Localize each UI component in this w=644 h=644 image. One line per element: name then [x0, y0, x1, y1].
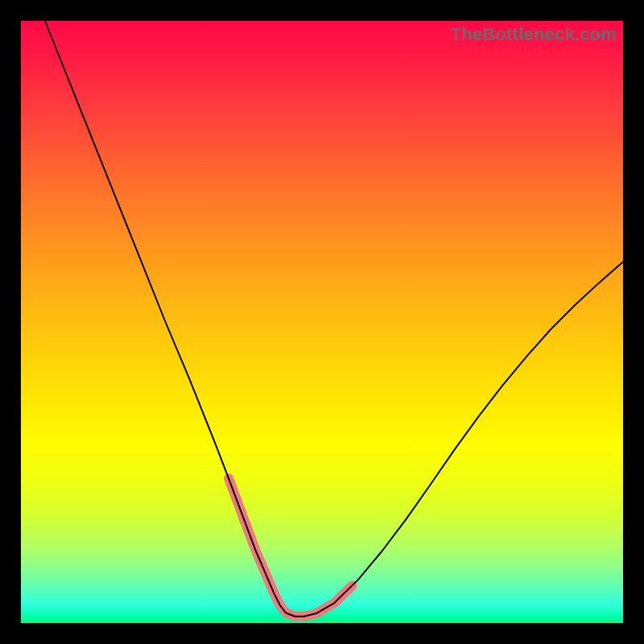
chart-svg — [21, 21, 623, 623]
black-curve-path — [45, 21, 623, 617]
plot-area: TheBottleneck.com — [21, 21, 623, 623]
chart-frame: TheBottleneck.com — [0, 0, 644, 644]
pink-highlight-path — [229, 478, 352, 616]
